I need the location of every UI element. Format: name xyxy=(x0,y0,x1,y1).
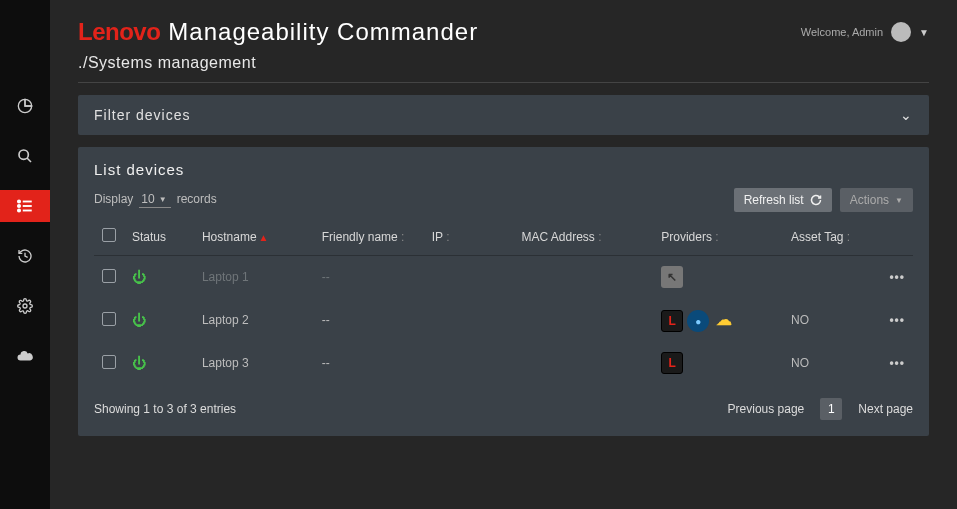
table-row: ⏻Laptop 2--L●☁NO••• xyxy=(94,298,913,342)
next-page[interactable]: Next page xyxy=(858,402,913,416)
cell-hostname: Laptop 1 xyxy=(194,256,314,299)
svg-point-2 xyxy=(18,200,20,202)
sort-asc-icon: ▲ xyxy=(259,232,269,243)
provider-cloud-icon: ☁ xyxy=(713,308,735,330)
list-icon xyxy=(16,197,34,215)
devices-table: Status Hostname▲ Friendly name : IP : MA… xyxy=(94,222,913,384)
col-asset[interactable]: Asset Tag : xyxy=(783,222,873,256)
cell-hostname: Laptop 2 xyxy=(194,298,314,342)
power-on-icon: ⏻ xyxy=(132,312,146,328)
cell-friendly: -- xyxy=(314,256,424,299)
avatar xyxy=(891,22,911,42)
provider-lenovo-icon: L xyxy=(661,310,683,332)
nav-dashboard[interactable] xyxy=(0,90,50,122)
triangle-down-icon: ▼ xyxy=(159,195,167,204)
col-mac[interactable]: MAC Address : xyxy=(513,222,653,256)
svg-line-1 xyxy=(27,158,31,162)
search-icon xyxy=(17,148,33,164)
welcome-text: Welcome, Admin xyxy=(801,26,883,38)
svg-point-6 xyxy=(18,209,20,211)
filter-panel[interactable]: Filter devices ⌄ xyxy=(78,95,929,135)
prev-page[interactable]: Previous page xyxy=(728,402,805,416)
nav-history[interactable] xyxy=(0,240,50,272)
power-on-icon: ⏻ xyxy=(132,269,146,285)
cell-asset: NO xyxy=(783,298,873,342)
brand: Lenovo Manageability Commander xyxy=(78,18,478,46)
col-friendly[interactable]: Friendly name : xyxy=(314,222,424,256)
select-all-checkbox[interactable] xyxy=(102,228,116,242)
cell-ip xyxy=(424,256,514,299)
col-status: Status xyxy=(124,222,194,256)
table-row: ⏻Laptop 3--LNO••• xyxy=(94,342,913,384)
cell-mac xyxy=(513,298,653,342)
cell-providers: ↖ xyxy=(653,256,783,299)
records-per-page: Display 10 ▼ records xyxy=(94,192,217,208)
col-providers[interactable]: Providers : xyxy=(653,222,783,256)
svg-point-0 xyxy=(19,150,28,159)
cell-ip xyxy=(424,342,514,384)
nav-settings[interactable] xyxy=(0,290,50,322)
page-number[interactable]: 1 xyxy=(820,398,842,420)
list-panel: List devices Display 10 ▼ records Refres… xyxy=(78,147,929,436)
sidebar xyxy=(0,0,50,509)
cell-ip xyxy=(424,298,514,342)
provider-lenovo-icon: L xyxy=(661,352,683,374)
filter-title: Filter devices xyxy=(94,107,190,123)
cell-hostname: Laptop 3 xyxy=(194,342,314,384)
provider-intel-icon: ● xyxy=(687,310,709,332)
cell-providers: L xyxy=(653,342,783,384)
records-select[interactable]: 10 ▼ xyxy=(139,192,170,208)
table-row: ⏻Laptop 1--↖••• xyxy=(94,256,913,299)
gear-icon xyxy=(17,298,33,314)
cell-asset xyxy=(783,256,873,299)
list-title: List devices xyxy=(94,161,913,178)
row-checkbox[interactable] xyxy=(102,269,116,283)
cell-mac xyxy=(513,256,653,299)
chevron-down-icon: ⌄ xyxy=(900,107,913,123)
refresh-icon xyxy=(810,194,822,206)
svg-point-8 xyxy=(23,304,27,308)
actions-button[interactable]: Actions ▼ xyxy=(840,188,913,212)
pie-chart-icon xyxy=(17,98,33,114)
cloud-icon xyxy=(16,347,34,365)
svg-point-4 xyxy=(18,205,20,207)
row-actions-menu[interactable]: ••• xyxy=(889,313,905,327)
history-icon xyxy=(17,248,33,264)
cell-asset: NO xyxy=(783,342,873,384)
col-ip[interactable]: IP : xyxy=(424,222,514,256)
power-on-icon: ⏻ xyxy=(132,355,146,371)
user-menu[interactable]: Welcome, Admin ▼ xyxy=(801,22,929,42)
row-checkbox[interactable] xyxy=(102,355,116,369)
col-hostname[interactable]: Hostname▲ xyxy=(194,222,314,256)
cell-friendly: -- xyxy=(314,342,424,384)
nav-systems[interactable] xyxy=(0,190,50,222)
brand-lenovo: Lenovo xyxy=(78,18,160,46)
chevron-down-icon: ▼ xyxy=(919,27,929,38)
refresh-button[interactable]: Refresh list xyxy=(734,188,832,212)
brand-product: Manageability Commander xyxy=(168,18,478,46)
triangle-down-icon: ▼ xyxy=(895,196,903,205)
row-checkbox[interactable] xyxy=(102,312,116,326)
nav-search[interactable] xyxy=(0,140,50,172)
cell-friendly: -- xyxy=(314,298,424,342)
breadcrumb: ./Systems management xyxy=(50,54,957,82)
cell-providers: L●☁ xyxy=(653,298,783,342)
provider-disabled-icon: ↖ xyxy=(661,266,683,288)
nav-cloud[interactable] xyxy=(0,340,50,372)
cell-mac xyxy=(513,342,653,384)
main-content: Lenovo Manageability Commander Welcome, … xyxy=(50,0,957,509)
showing-text: Showing 1 to 3 of 3 entries xyxy=(94,402,236,416)
row-actions-menu[interactable]: ••• xyxy=(889,356,905,370)
row-actions-menu[interactable]: ••• xyxy=(889,270,905,284)
